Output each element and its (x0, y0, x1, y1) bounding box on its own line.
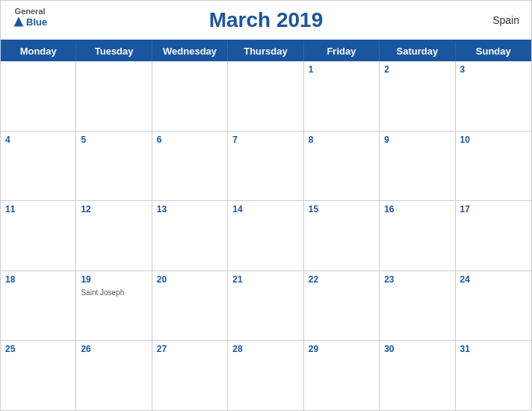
day-number: 15 (309, 204, 374, 214)
day-cell: 7 (228, 132, 303, 201)
header-friday: Friday (304, 41, 380, 61)
day-number: 30 (384, 344, 450, 354)
day-cell: 6 (152, 132, 228, 201)
day-cell: 26 (76, 341, 152, 410)
day-cell: 15 (304, 201, 380, 271)
day-cell: 25 (1, 341, 76, 410)
day-number: 12 (81, 204, 146, 214)
day-number: 25 (5, 344, 71, 354)
day-cell: 5 (76, 132, 152, 201)
country-label: Spain (492, 14, 519, 26)
week-row-2: 45678910 (1, 132, 531, 202)
weeks-container: 12345678910111213141516171819Saint Josep… (1, 61, 531, 410)
week-row-5: 25262728293031 (1, 341, 531, 410)
day-number: 23 (384, 274, 450, 285)
day-headers-row: Monday Tuesday Wednesday Thursday Friday… (1, 41, 531, 61)
day-number: 10 (460, 135, 527, 145)
day-number: 1 (309, 64, 374, 75)
day-number: 20 (157, 274, 223, 285)
day-cell: 12 (76, 201, 152, 271)
day-number: 29 (309, 344, 374, 354)
day-number: 9 (384, 135, 450, 145)
day-number: 19 (81, 274, 146, 285)
svg-marker-0 (14, 17, 24, 27)
day-number: 26 (81, 344, 146, 354)
header-monday: Monday (1, 41, 76, 61)
calendar-title: March 2019 (209, 8, 324, 32)
day-cell: 4 (1, 132, 76, 201)
header-sunday: Sunday (456, 41, 531, 61)
calendar: General Blue March 2019 Spain Monday Tue… (0, 0, 532, 411)
day-cell: 31 (456, 341, 531, 410)
day-number: 14 (232, 204, 298, 214)
day-number: 17 (460, 204, 527, 214)
day-number: 21 (232, 274, 298, 285)
day-number: 27 (157, 344, 223, 354)
day-cell (1, 61, 76, 131)
day-cell (76, 61, 152, 131)
day-cell: 3 (456, 61, 531, 131)
day-number: 11 (5, 204, 71, 214)
calendar-grid: Monday Tuesday Wednesday Thursday Friday… (1, 40, 531, 410)
day-number: 2 (384, 64, 450, 75)
day-cell: 29 (304, 341, 380, 410)
day-number: 8 (309, 135, 374, 145)
day-cell: 19Saint Joseph (76, 271, 152, 341)
day-event: Saint Joseph (81, 288, 124, 297)
day-number: 13 (157, 204, 223, 214)
week-row-4: 1819Saint Joseph2021222324 (1, 271, 531, 342)
day-number: 31 (460, 344, 527, 354)
day-cell: 27 (152, 341, 228, 410)
day-cell: 14 (228, 201, 303, 271)
day-cell (228, 61, 303, 131)
week-row-3: 11121314151617 (1, 201, 531, 271)
day-cell: 23 (380, 271, 455, 341)
day-number: 3 (460, 64, 527, 75)
day-cell: 8 (304, 132, 380, 201)
day-cell: 18 (1, 271, 76, 341)
day-number: 4 (5, 135, 71, 145)
day-cell: 17 (456, 201, 531, 271)
day-cell: 24 (456, 271, 531, 341)
day-number: 18 (5, 274, 71, 285)
day-cell: 10 (456, 132, 531, 201)
day-cell: 9 (380, 132, 455, 201)
week-row-1: 123 (1, 61, 531, 132)
day-cell (152, 61, 228, 131)
header-thursday: Thursday (228, 41, 303, 61)
calendar-header: General Blue March 2019 Spain (1, 1, 531, 40)
header-saturday: Saturday (380, 41, 455, 61)
logo-general: General (15, 7, 46, 16)
day-number: 6 (157, 135, 223, 145)
day-cell: 21 (228, 271, 303, 341)
day-number: 16 (384, 204, 450, 214)
day-cell: 1 (304, 61, 380, 131)
day-cell: 22 (304, 271, 380, 341)
day-number: 22 (309, 274, 374, 285)
day-number: 7 (232, 135, 298, 145)
day-cell: 16 (380, 201, 455, 271)
header-wednesday: Wednesday (152, 41, 228, 61)
day-number: 28 (232, 344, 298, 354)
logo-icon (13, 16, 25, 28)
day-cell: 11 (1, 201, 76, 271)
day-cell: 13 (152, 201, 228, 271)
header-tuesday: Tuesday (76, 41, 152, 61)
logo: General Blue (13, 7, 47, 28)
day-cell: 28 (228, 341, 303, 410)
logo-blue: Blue (13, 16, 47, 28)
day-cell: 20 (152, 271, 228, 341)
day-number: 24 (460, 274, 527, 285)
day-cell: 2 (380, 61, 455, 131)
day-number: 5 (81, 135, 146, 145)
day-cell: 30 (380, 341, 455, 410)
